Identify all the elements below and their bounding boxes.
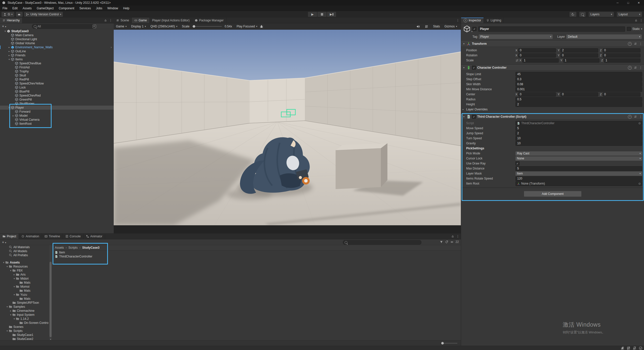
expand-arrow-icon[interactable] xyxy=(9,310,12,312)
layer-dropdown[interactable]: Default▾ xyxy=(566,34,642,39)
object-picker-icon[interactable]: ⊙ xyxy=(638,122,641,125)
breadcrumb-assets[interactable]: Assets xyxy=(55,246,64,249)
project-tree-item[interactable]: StudyCase1 xyxy=(0,333,49,337)
tab-timeline[interactable]: Timeline xyxy=(42,234,63,239)
link-off-icon[interactable] xyxy=(515,59,519,62)
z-field[interactable]: 0 xyxy=(603,48,640,53)
presets-icon[interactable] xyxy=(634,42,637,45)
debug-bug-icon[interactable] xyxy=(260,25,263,28)
presets-icon[interactable] xyxy=(634,66,637,69)
expand-arrow-icon[interactable] xyxy=(2,261,5,264)
tab-console[interactable]: Console xyxy=(63,234,84,239)
hierarchy-item[interactable]: FirstAid › xyxy=(0,65,114,69)
project-tree-item[interactable]: Input System xyxy=(0,313,49,317)
menu-item[interactable]: Edit xyxy=(10,6,20,11)
hierarchy-item[interactable]: ItemRoot › xyxy=(0,122,114,126)
expand-arrow-icon[interactable] xyxy=(13,293,16,296)
expand-arrow-icon[interactable] xyxy=(6,265,9,268)
display-target-dropdown[interactable]: Game▾ xyxy=(114,23,129,29)
expand-arrow-icon[interactable] xyxy=(13,318,16,320)
tab-package-manager[interactable]: Package Manager xyxy=(192,18,226,23)
add-object-button[interactable]: + ▾ xyxy=(2,24,6,28)
tab-scene[interactable]: Scene xyxy=(114,18,132,23)
hierarchy-item[interactable]: Model › xyxy=(0,114,114,118)
third-character-controller-header[interactable]: ▾ ✓ Third Character Controller (Script) … xyxy=(461,114,644,120)
menu-item[interactable]: Assets xyxy=(20,6,34,11)
chevron-down-icon[interactable]: ▾ xyxy=(641,28,642,30)
kebab-menu-icon[interactable]: ⋮ xyxy=(109,19,112,22)
file-item[interactable]: Item xyxy=(52,250,461,254)
project-tree-item[interactable]: SimpleURPToon xyxy=(0,301,49,305)
display-dropdown[interactable]: Display 1▾ xyxy=(129,23,148,29)
value-field[interactable]: 0.3 xyxy=(515,77,642,82)
hierarchy-item[interactable]: SpeedChevYellow › xyxy=(0,81,114,85)
search-input[interactable] xyxy=(347,240,420,244)
y-field[interactable]: 0 xyxy=(560,92,598,97)
value-field[interactable]: 0.001 xyxy=(515,87,642,92)
hierarchy-item[interactable]: SpeedChevRed › xyxy=(0,94,114,98)
breadcrumb-current[interactable]: StudyCase3 xyxy=(82,246,100,249)
object-field[interactable]: None (Transform)⊙ xyxy=(515,181,642,186)
hierarchy-item[interactable]: Skull › xyxy=(0,73,114,77)
hierarchy-item[interactable]: GreenPill › xyxy=(0,98,114,102)
minimize-button[interactable]: ─ xyxy=(612,0,623,6)
help-icon[interactable]: ? xyxy=(628,66,632,70)
status-ok-icon[interactable] xyxy=(639,346,642,350)
project-tree-item[interactable]: Yuzu xyxy=(0,293,49,297)
notifications-muted-icon[interactable] xyxy=(633,346,636,350)
character-controller-header[interactable]: ▾ ✓ Character Controller ? ⋮ xyxy=(461,65,644,71)
z-field[interactable]: 1 xyxy=(604,58,640,63)
y-field[interactable]: 0 xyxy=(560,53,598,58)
add-component-button[interactable]: Add Component xyxy=(524,191,582,197)
layers-dropdown[interactable]: Layers▾ xyxy=(589,12,614,17)
object-field[interactable]: ThirdCharacterController⊙ xyxy=(515,121,642,126)
x-field[interactable]: 1 xyxy=(522,58,558,63)
project-tree-item[interactable]: Midori xyxy=(0,277,49,281)
gameobject-name-field[interactable]: Player xyxy=(478,26,625,32)
dropdown-field[interactable]: Ray Cast▾ xyxy=(515,151,642,156)
help-icon[interactable]: ? xyxy=(628,42,632,46)
account-button[interactable]: G ▾ xyxy=(2,12,14,17)
foldout-arrow-icon[interactable]: ▾ xyxy=(462,115,465,118)
project-tree-item[interactable]: Aris xyxy=(0,273,49,277)
x-field[interactable]: 0 xyxy=(518,92,556,97)
value-field[interactable]: 10 xyxy=(515,141,642,146)
menu-item[interactable]: Window xyxy=(105,6,121,11)
value-field[interactable]: 5 xyxy=(515,126,642,131)
search-button[interactable] xyxy=(579,12,586,17)
thumbnail-zoom-slider[interactable] xyxy=(441,343,457,343)
expand-arrow-icon[interactable] xyxy=(8,106,11,109)
hidden-packages-eye-icon[interactable] xyxy=(450,240,454,244)
hierarchy-item[interactable]: SpeedChevBlue › xyxy=(0,61,114,65)
expand-arrow-icon[interactable] xyxy=(8,46,11,49)
hierarchy-item[interactable]: OutLine › xyxy=(0,49,114,53)
stats-toggle[interactable]: Stats xyxy=(431,23,442,29)
project-tree-item[interactable]: Cinemachine xyxy=(0,309,49,313)
scale-slider[interactable]: Scale 0.54x xyxy=(180,23,234,29)
value-field[interactable]: 5 xyxy=(515,166,642,171)
expand-arrow-icon[interactable] xyxy=(12,114,15,117)
kebab-menu-icon[interactable]: ⋮ xyxy=(456,19,459,22)
hierarchy-item[interactable]: Environment_Narrow_Walls › xyxy=(0,45,114,49)
tab-inspector[interactable]: i Inspector xyxy=(461,18,484,23)
project-tree-item[interactable]: On-Screen Contro xyxy=(0,321,49,325)
tab-player-input-actions[interactable]: Player (Input Actions Editor) xyxy=(150,18,192,23)
version-control-button[interactable]: Unity Version Control ▾ xyxy=(24,12,63,17)
static-checkbox[interactable] xyxy=(627,27,631,31)
help-icon[interactable]: ? xyxy=(628,115,632,119)
menu-item[interactable]: File xyxy=(0,6,10,11)
project-tree-item[interactable]: FBX xyxy=(0,269,49,273)
hierarchy-item[interactable]: Trophy › xyxy=(0,69,114,73)
kebab-menu-icon[interactable]: ⋮ xyxy=(639,66,642,69)
active-checkbox[interactable]: ✓ xyxy=(472,27,476,31)
project-tree-item[interactable]: All Models xyxy=(0,249,49,253)
menu-item[interactable]: Component xyxy=(56,6,77,11)
vsync-grid-button[interactable] xyxy=(422,23,431,29)
maximize-button[interactable]: □ xyxy=(623,0,633,6)
expand-arrow-icon[interactable] xyxy=(8,58,11,61)
lock-icon[interactable] xyxy=(104,19,107,22)
undo-history-button[interactable] xyxy=(570,12,576,17)
value-field[interactable]: 0.5 xyxy=(515,97,642,102)
y-field[interactable]: 2 xyxy=(560,48,598,53)
value-field[interactable]: 45 xyxy=(515,72,642,77)
